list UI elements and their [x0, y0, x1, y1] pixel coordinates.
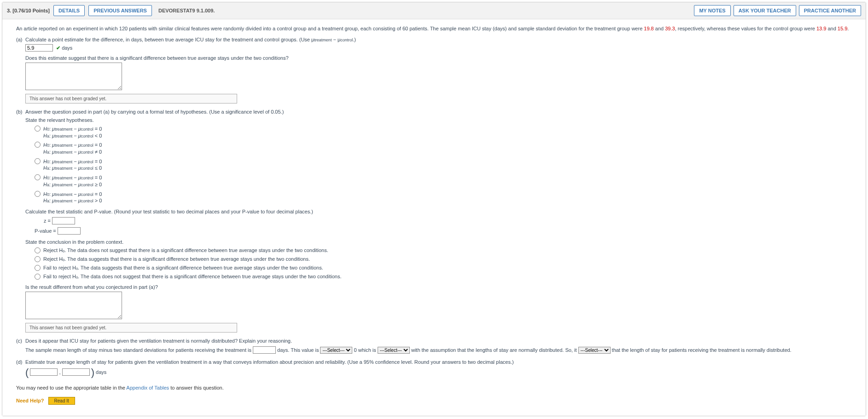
pvalue-input[interactable] — [58, 227, 81, 235]
days-label-d: days — [96, 369, 106, 375]
header-left: 3. [0.76/10 Points] DETAILS PREVIOUS ANS… — [7, 5, 694, 16]
my-notes-button[interactable]: MY NOTES — [694, 5, 730, 16]
hypothesis-option-1[interactable]: H0: μtreatment − μcontrol = 0 Ha: μtreat… — [35, 126, 855, 139]
need-help: Need Help? Read It — [16, 397, 855, 405]
read-it-button[interactable]: Read It — [48, 397, 75, 405]
part-b-diff: Is the result different from what you co… — [25, 284, 855, 290]
previous-answers-button[interactable]: PREVIOUS ANSWERS — [88, 5, 152, 16]
not-graded-a: This answer has not been graded yet. — [25, 94, 237, 103]
hypothesis-option-4[interactable]: H0: μtreatment − μcontrol = 0 Ha: μtreat… — [35, 174, 855, 188]
appendix-note: You may need to use the appropriate tabl… — [16, 385, 855, 390]
c-select-3[interactable]: ---Select--- — [578, 347, 611, 354]
days-label: days — [62, 45, 72, 51]
ci-upper-input[interactable] — [62, 368, 90, 376]
part-a: (a) Calculate a point estimate for the d… — [16, 37, 855, 61]
part-b-essay[interactable] — [25, 292, 122, 319]
part-d-label: (d) — [16, 359, 25, 379]
z-input[interactable] — [52, 217, 75, 224]
ci-lower-input[interactable] — [30, 368, 58, 376]
part-c-label: (c) — [16, 338, 25, 354]
hypothesis-option-5[interactable]: H0: μtreatment − μcontrol = 0 Ha: μtreat… — [35, 191, 855, 204]
conclusion-option-4[interactable]: Fail to reject H₀. The data does not sug… — [35, 274, 855, 280]
part-d: (d) Estimate true average length of stay… — [16, 359, 855, 379]
c-select-2[interactable]: ---Select--- — [378, 347, 410, 354]
ask-teacher-button[interactable]: ASK YOUR TEACHER — [734, 5, 796, 16]
conclusion-option-3[interactable]: Fail to reject H₀. The data suggests tha… — [35, 265, 855, 271]
paren-open-icon: ( — [25, 367, 29, 378]
details-button[interactable]: DETAILS — [53, 5, 85, 16]
hypothesis-option-2[interactable]: H0: μtreatment − μcontrol = 0 Ha: μtreat… — [35, 142, 855, 155]
question-stem: An article reported on an experiment in … — [16, 26, 855, 31]
hypothesis-option-3[interactable]: H0: μtreatment − μcontrol = 0 Ha: μtreat… — [35, 158, 855, 172]
z-label: z = — [44, 218, 51, 224]
check-icon: ✔ — [56, 45, 60, 51]
part-a-label: (a) — [16, 37, 25, 61]
part-b: (b) Answer the question posed in part (a… — [16, 109, 855, 290]
pvalue-label: P-value = — [35, 228, 56, 234]
radio-c1[interactable] — [35, 247, 41, 253]
part-c: (c) Does it appear that ICU stay for pat… — [16, 338, 855, 354]
radio-3[interactable] — [35, 158, 41, 164]
radio-4[interactable] — [35, 174, 41, 180]
calc-instruction: Calculate the test statistic and P-value… — [25, 209, 855, 214]
appendix-link[interactable]: Appendix of Tables — [126, 385, 169, 390]
radio-5[interactable] — [35, 191, 41, 197]
question-header: 3. [0.76/10 Points] DETAILS PREVIOUS ANS… — [2, 2, 866, 19]
radio-c3[interactable] — [35, 265, 41, 271]
header-right: MY NOTES ASK YOUR TEACHER PRACTICE ANOTH… — [694, 5, 861, 16]
part-b-label: (b) — [16, 109, 25, 290]
state-hypotheses: State the relevant hypotheses. — [25, 117, 855, 123]
not-graded-b: This answer has not been graded yet. — [25, 323, 237, 333]
paren-close-icon: ) — [91, 367, 94, 378]
conclusion-option-2[interactable]: Reject H₀. The data suggests that there … — [35, 256, 855, 262]
practice-another-button[interactable]: PRACTICE ANOTHER — [799, 5, 861, 16]
point-estimate-input[interactable] — [25, 44, 53, 52]
radio-c4[interactable] — [35, 274, 41, 280]
part-a-followup: Does this estimate suggest that there is… — [25, 55, 855, 61]
question-body: An article reported on an experiment in … — [2, 19, 866, 416]
radio-c2[interactable] — [35, 256, 41, 262]
conclusion-prompt: State the conclusion in the problem cont… — [25, 239, 855, 245]
radio-2[interactable] — [35, 142, 41, 148]
part-a-essay[interactable] — [25, 63, 122, 90]
question-number: 3. [0.76/10 Points] — [7, 8, 50, 13]
question-container: 3. [0.76/10 Points] DETAILS PREVIOUS ANS… — [2, 2, 866, 416]
c-value-input[interactable] — [253, 346, 276, 354]
radio-1[interactable] — [35, 126, 41, 132]
c-select-1[interactable]: ---Select--- — [320, 347, 352, 354]
conclusion-option-1[interactable]: Reject H₀. The data does not suggest tha… — [35, 247, 855, 253]
question-source: DEVORESTAT9 9.1.009. — [158, 8, 215, 13]
